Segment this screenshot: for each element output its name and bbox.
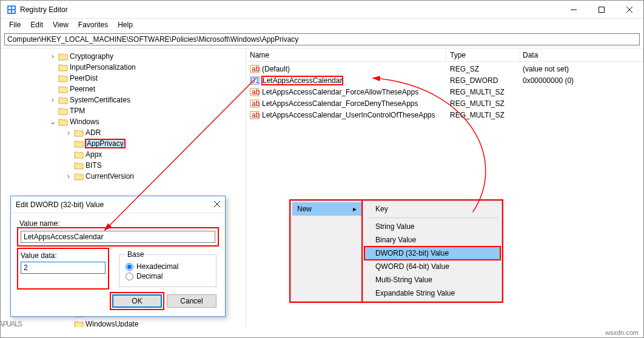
svg-rect-4 [12,10,15,13]
value-name-input[interactable] [21,231,215,243]
ctx-item[interactable]: DWORD (32-bit) Value [364,247,500,260]
value-data: (value not set) [519,65,643,73]
tree-label: AppPrivacy [86,139,125,148]
ctx-item[interactable]: String Value [364,220,500,233]
svg-rect-1 [8,7,11,9]
tree-label: BITS [86,161,102,170]
menu-view[interactable]: View [48,19,73,30]
context-menu-new[interactable]: New ▸ [290,200,363,302]
svg-rect-3 [8,10,11,13]
value-name: LetAppsAccessCalendar_ForceAllowTheseApp… [262,88,418,96]
menu-favorites[interactable]: Favorites [73,19,113,30]
expand-icon[interactable]: ⌄ [49,118,56,126]
svg-rect-6 [599,7,605,12]
watermark-logo: A PUALS [0,297,21,334]
tree-node[interactable]: ›Peernet [49,84,246,94]
tree-label: WindowsUpdate [86,320,138,327]
tree-label: InputPersonalization [70,63,136,71]
tree-label: CurrentVersion [86,172,134,181]
svg-rect-2 [12,7,15,9]
radio-dec-label: Decimal [136,272,163,280]
expand-icon[interactable]: › [49,52,56,61]
ctx-item[interactable]: QWORD (64-bit) Value [364,260,500,273]
value-name: LetAppsAccessCalendar_ForceDenyTheseApps [262,99,418,108]
address-bar-wrap: Computer\HKEY_LOCAL_MACHINE\SOFTWARE\Pol… [1,31,643,48]
menu-help[interactable]: Help [113,19,138,30]
dialog-close-button[interactable] [214,200,220,209]
radio-dec[interactable] [126,273,133,280]
tree-node[interactable]: ›WindowsUpdate [49,319,246,327]
context-menu: New ▸ KeyString ValueBinary ValueDWORD (… [290,200,502,302]
value-row[interactable]: abLetAppsAccessCalendar_UserInControlOfT… [246,109,643,121]
edit-dword-dialog: Edit DWORD (32-bit) Value Value name: Va… [10,196,226,317]
value-row[interactable]: ab(Default)REG_SZ(value not set) [246,63,643,75]
svg-text:011: 011 [251,76,260,85]
value-row[interactable]: abLetAppsAccessCalendar_ForceAllowTheseA… [246,86,643,98]
ok-button[interactable]: OK [112,294,162,308]
value-row[interactable]: abLetAppsAccessCalendar_ForceDenyTheseAp… [246,98,643,109]
tree-label: Peernet [70,85,95,93]
ctx-item[interactable]: Expandable String Value [364,287,500,300]
value-type: REG_DWORD [446,76,519,85]
value-data: 0x00000000 (0) [519,76,643,85]
tree-node[interactable]: ›SystemCertificates [49,94,246,105]
minimize-button[interactable] [560,1,588,19]
tree-label: ADR [86,128,101,137]
value-data-label: Value data: [21,251,106,260]
ctx-item[interactable]: Binary Value [364,233,500,247]
svg-text:ab: ab [252,88,260,96]
tree-node[interactable]: ›AppPrivacy [49,138,246,149]
tree-label: PeerDist [70,74,98,82]
cancel-button[interactable]: Cancel [167,294,216,308]
value-type: REG_MULTI_SZ [446,111,519,119]
tree-label: TPM [70,107,85,115]
tree-node[interactable]: ⌄Windows [49,116,246,127]
expand-icon[interactable]: › [65,172,72,181]
window-title: Registry Editor [20,5,68,14]
value-name: LetAppsAccessCalendar [262,76,343,85]
col-data[interactable]: Data [519,49,643,61]
watermark-text: wsxdn.com [605,329,639,336]
details-header: Name Type Data [246,48,643,62]
col-name[interactable]: Name [246,49,446,61]
tree-node[interactable]: ›BITS [49,160,246,171]
close-button[interactable] [615,1,643,19]
menubar: File Edit View Favorites Help [1,19,643,31]
tree-node[interactable]: ›PeerDist [49,73,246,84]
ctx-item[interactable]: Multi-String Value [364,273,500,287]
tree-label: SystemCertificates [70,96,130,104]
chevron-right-icon: ▸ [353,205,357,213]
svg-text:ab: ab [252,65,260,73]
tree-node[interactable]: ›InputPersonalization [49,62,246,73]
value-name: LetAppsAccessCalendar_UserInControlOfThe… [262,111,435,119]
maximize-button[interactable] [588,1,615,19]
value-name-label: Value name: [19,219,216,228]
tree-node[interactable]: ›Cryptography [49,51,246,62]
ctx-new-label: New [297,205,312,213]
value-type: REG_MULTI_SZ [446,99,519,108]
menu-file[interactable]: File [4,19,25,30]
base-legend: Base [126,250,146,259]
value-data-input[interactable] [21,262,106,274]
tree-node[interactable]: ›ADR [49,127,246,138]
svg-text:ab: ab [252,99,260,108]
base-group: Base Hexadecimal Decimal [119,250,216,287]
address-bar[interactable]: Computer\HKEY_LOCAL_MACHINE\SOFTWARE\Pol… [4,33,640,45]
expand-icon[interactable]: › [65,128,72,137]
col-type[interactable]: Type [446,49,519,61]
tree-node[interactable]: ›TPM [49,105,246,116]
ctx-item[interactable]: Key [364,202,500,216]
menu-edit[interactable]: Edit [25,19,48,30]
tree-label: Appx [86,150,102,159]
radio-hex-label: Hexadecimal [136,262,178,271]
tree-label: Windows [70,118,99,126]
dialog-title: Edit DWORD (32-bit) Value [16,200,104,209]
tree-node[interactable]: ›Appx [49,149,246,160]
tree-node[interactable]: ›CurrentVersion [49,171,246,182]
radio-hex[interactable] [126,263,133,271]
regedit-icon [7,5,16,15]
menu-divider [367,217,498,218]
value-row[interactable]: 011LetAppsAccessCalendarREG_DWORD0x00000… [246,75,643,86]
titlebar: Registry Editor [1,1,643,19]
expand-icon[interactable]: › [49,96,56,104]
